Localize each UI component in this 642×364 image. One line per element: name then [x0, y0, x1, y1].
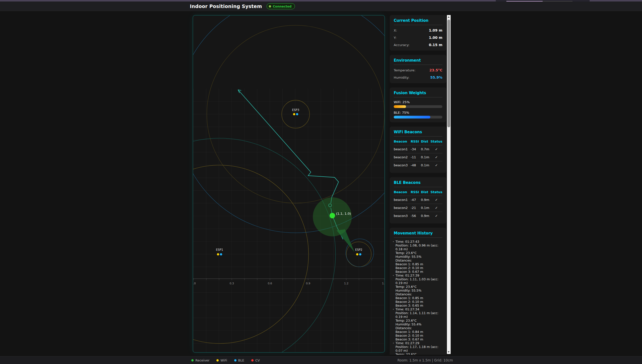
temperature-value: 23.5°C	[429, 68, 442, 72]
esp1-wifi-dot-icon	[217, 253, 219, 256]
x-tick-4: 1.2	[344, 282, 348, 285]
cell: beacon1	[394, 145, 411, 153]
history-line: Beacon 2: 0.10 m	[395, 266, 442, 270]
status-check-icon: ✓	[430, 145, 442, 153]
cell: -34	[411, 145, 421, 153]
col-rssi: RSSI	[411, 189, 421, 196]
environment-panel: Environment Temperature: 23.5°C Humidity…	[390, 55, 446, 83]
wifi-dot-icon	[216, 359, 219, 361]
history-entry: Time: 01:27:39Position: 1.11, 1.03 m (ac…	[394, 274, 442, 307]
esp3-label: ESP3	[292, 108, 299, 112]
page-title: Indoor Positioning System	[190, 4, 262, 9]
col-dist: Dist	[421, 189, 430, 196]
receiver-dot	[330, 213, 335, 218]
history-line: Time: 01:27:29	[395, 341, 442, 345]
esp2-ble-dot-icon	[359, 253, 361, 256]
map-grid	[193, 89, 384, 352]
position-x-row: X: 1.09 m	[394, 28, 442, 32]
history-line: Temp: 23.6°C	[395, 319, 442, 322]
environment-title: Environment	[394, 58, 442, 63]
divider	[394, 187, 442, 187]
col-beacon: Beacon	[394, 138, 411, 145]
arrow-down-icon	[448, 351, 450, 353]
humidity-row: Humidity: 55.9%	[394, 75, 442, 79]
history-line: Beacon 2: 0.10 m	[395, 334, 442, 337]
table-row: beacon3 -48 0.1m ✓	[394, 161, 442, 169]
scrollbar-down-button[interactable]	[447, 350, 451, 354]
table-row: beacon1 -34 0.7m ✓	[394, 145, 442, 153]
position-x-value: 1.09 m	[429, 28, 442, 32]
history-entry: Time: 01:27:43Position: 1.08, 0.96 m (ac…	[394, 240, 442, 274]
scrollbar-up-button[interactable]	[447, 15, 451, 19]
cv-dot-icon	[251, 359, 254, 361]
sidebar[interactable]: Current Position X: 1.09 m Y: 1.00 m Acc…	[390, 15, 447, 355]
history-line: Beacon 3: 0.67 m	[395, 337, 442, 341]
positioning-map-canvas[interactable]: 0.0 0.3 0.6 0.9 1.2 1.5 (1.1, 1.0) ESP1 …	[193, 15, 385, 353]
history-line: Temp: 23.6°C	[395, 352, 442, 355]
current-position-panel: Current Position X: 1.09 m Y: 1.00 m Acc…	[390, 15, 446, 51]
table-header-row: Beacon RSSI Dist Status	[394, 189, 442, 196]
legend-label: BLE	[238, 358, 244, 362]
position-label: (1.1, 1.0)	[336, 212, 351, 215]
cell: 0.9m	[421, 196, 430, 204]
movement-history-list: Time: 01:27:43Position: 1.08, 0.96 m (ac…	[394, 240, 442, 355]
history-line: Position: 1.14, 1.11 m (acc: 0.19 m)	[395, 311, 442, 319]
x-tick-3: 0.9	[306, 282, 310, 285]
history-line: Distances:	[395, 292, 442, 296]
room-info: Room: 1.5m x 1.5m | Grid: 10cm	[397, 356, 453, 364]
esp2-wifi-dot-icon	[356, 253, 358, 256]
map-legend: Receiver WiFi BLE CV	[191, 356, 260, 364]
position-accuracy-value: 0.15 m	[429, 43, 442, 47]
history-line: Distances:	[395, 326, 442, 330]
divider	[394, 25, 442, 25]
cell: beacon2	[394, 153, 411, 161]
temperature-row: Temperature: 23.5°C	[394, 68, 442, 72]
x-tick-2: 0.6	[268, 282, 272, 285]
history-line: Beacon 1: 0.85 m	[395, 296, 442, 300]
cell: 0.1m	[421, 204, 430, 212]
history-line: Beacon 2: 0.10 m	[395, 300, 442, 304]
table-row: beacon2 -11 0.1m ✓	[394, 153, 442, 161]
ble-beacons-table: Beacon RSSI Dist Status beacon1 -47 0.9m…	[394, 189, 442, 220]
history-line: Temp: 23.6°C	[395, 251, 442, 255]
ble-weight-bar	[394, 116, 442, 118]
cell: -47	[411, 196, 421, 204]
col-status: Status	[430, 189, 442, 196]
cell: -48	[411, 161, 421, 169]
status-dot-icon	[269, 5, 271, 8]
cell: beacon3	[394, 161, 411, 169]
cell: beacon3	[394, 212, 411, 220]
history-line: Beacon 1: 0.85 m	[395, 262, 442, 266]
col-dist: Dist	[421, 138, 430, 145]
x-tick-5: 1.5	[382, 282, 384, 285]
esp3-wifi-dot-icon	[293, 113, 295, 115]
x-tick-0: 0.0	[193, 282, 196, 285]
ble-dot-icon	[234, 359, 236, 361]
x-tick-1: 0.3	[229, 282, 234, 285]
legend-label: WiFi	[220, 358, 227, 362]
ble-beacons-title: BLE Beacons	[394, 180, 442, 185]
status-check-icon: ✓	[430, 204, 442, 212]
ble-beacons-panel: BLE Beacons Beacon RSSI Dist Status beac…	[390, 177, 446, 223]
humidity-label: Humidity:	[394, 76, 409, 79]
header-content: Indoor Positioning System Connected	[190, 2, 295, 11]
divider	[394, 136, 442, 137]
table-row: beacon2 -21 0.1m ✓	[394, 204, 442, 212]
cell: beacon2	[394, 204, 411, 212]
scrollbar-thumb[interactable]	[447, 20, 450, 127]
position-accuracy-label: Accuracy:	[394, 43, 410, 47]
history-line: Humidity: 55.5%	[395, 255, 442, 259]
cell: beacon1	[394, 196, 411, 204]
esp2-label: ESP2	[355, 248, 362, 252]
history-line: Distances:	[395, 259, 442, 262]
fusion-weights-title: Fusion Weights	[394, 91, 442, 95]
movement-history-panel: Movement History Time: 01:27:43Position:…	[390, 228, 446, 355]
cell: -21	[411, 204, 421, 212]
wifi-beacons-title: WiFi Beacons	[394, 130, 442, 134]
history-line: Beacon 1: 0.84 m	[395, 330, 442, 334]
sidebar-scrollbar[interactable]	[447, 15, 451, 354]
position-accuracy-row: Accuracy: 0.15 m	[394, 43, 442, 47]
history-line: Beacon 3: 0.65 m	[395, 304, 442, 307]
esp1-label: ESP1	[216, 248, 223, 252]
wifi-beacons-panel: WiFi Beacons Beacon RSSI Dist Status bea…	[390, 127, 446, 173]
